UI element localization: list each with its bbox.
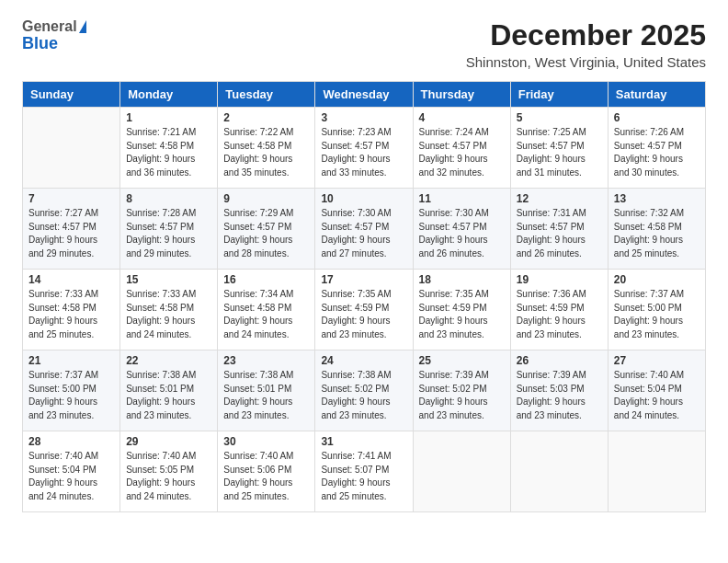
calendar-cell: 14Sunrise: 7:33 AM Sunset: 4:58 PM Dayli…	[23, 270, 120, 350]
calendar-cell: 4Sunrise: 7:24 AM Sunset: 4:57 PM Daylig…	[413, 108, 510, 189]
day-number: 24	[321, 354, 406, 367]
day-info: Sunrise: 7:24 AM Sunset: 4:57 PM Dayligh…	[419, 126, 505, 179]
calendar-cell: 12Sunrise: 7:31 AM Sunset: 4:57 PM Dayli…	[510, 189, 608, 270]
logo-general: General	[22, 18, 77, 35]
day-number: 20	[614, 273, 700, 286]
day-number: 27	[614, 354, 700, 367]
day-number: 13	[614, 192, 700, 205]
calendar-cell: 1Sunrise: 7:21 AM Sunset: 4:58 PM Daylig…	[120, 108, 218, 189]
day-number: 28	[28, 435, 114, 448]
day-info: Sunrise: 7:23 AM Sunset: 4:57 PM Dayligh…	[321, 126, 406, 179]
day-info: Sunrise: 7:33 AM Sunset: 4:58 PM Dayligh…	[126, 288, 211, 341]
day-number: 10	[321, 192, 406, 205]
calendar-cell: 15Sunrise: 7:33 AM Sunset: 4:58 PM Dayli…	[120, 270, 218, 350]
day-header: Saturday	[608, 82, 705, 108]
calendar-cell	[413, 431, 510, 512]
day-number: 9	[223, 192, 309, 205]
day-number: 30	[223, 435, 309, 448]
day-info: Sunrise: 7:32 AM Sunset: 4:58 PM Dayligh…	[614, 207, 700, 260]
day-number: 8	[126, 192, 211, 205]
day-number: 16	[223, 273, 309, 286]
day-number: 15	[126, 273, 211, 286]
calendar-cell	[510, 431, 608, 512]
day-number: 25	[419, 354, 505, 367]
day-info: Sunrise: 7:40 AM Sunset: 5:05 PM Dayligh…	[126, 450, 211, 503]
day-info: Sunrise: 7:25 AM Sunset: 4:57 PM Dayligh…	[517, 126, 602, 179]
day-number: 5	[517, 111, 602, 124]
day-info: Sunrise: 7:40 AM Sunset: 5:04 PM Dayligh…	[614, 369, 700, 422]
calendar-cell: 7Sunrise: 7:27 AM Sunset: 4:57 PM Daylig…	[23, 189, 120, 270]
day-info: Sunrise: 7:35 AM Sunset: 4:59 PM Dayligh…	[321, 288, 406, 341]
calendar-cell: 28Sunrise: 7:40 AM Sunset: 5:04 PM Dayli…	[23, 431, 120, 512]
day-info: Sunrise: 7:29 AM Sunset: 4:57 PM Dayligh…	[223, 207, 309, 260]
day-info: Sunrise: 7:27 AM Sunset: 4:57 PM Dayligh…	[28, 207, 114, 260]
day-number: 21	[28, 354, 114, 367]
day-info: Sunrise: 7:31 AM Sunset: 4:57 PM Dayligh…	[517, 207, 602, 260]
day-header: Monday	[120, 82, 218, 108]
day-number: 22	[126, 354, 211, 367]
calendar: SundayMondayTuesdayWednesdayThursdayFrid…	[22, 81, 706, 512]
day-info: Sunrise: 7:40 AM Sunset: 5:04 PM Dayligh…	[28, 450, 114, 503]
location: Shinnston, West Virginia, United States	[466, 54, 706, 70]
day-number: 12	[517, 192, 602, 205]
calendar-cell: 8Sunrise: 7:28 AM Sunset: 4:57 PM Daylig…	[120, 189, 218, 270]
calendar-cell: 3Sunrise: 7:23 AM Sunset: 4:57 PM Daylig…	[315, 108, 413, 189]
calendar-cell: 30Sunrise: 7:40 AM Sunset: 5:06 PM Dayli…	[218, 431, 315, 512]
day-number: 4	[419, 111, 505, 124]
calendar-cell: 2Sunrise: 7:22 AM Sunset: 4:58 PM Daylig…	[218, 108, 315, 189]
day-info: Sunrise: 7:22 AM Sunset: 4:58 PM Dayligh…	[223, 126, 309, 179]
day-number: 23	[223, 354, 309, 367]
day-info: Sunrise: 7:40 AM Sunset: 5:06 PM Dayligh…	[223, 450, 309, 503]
calendar-cell	[608, 431, 705, 512]
day-header: Friday	[510, 82, 608, 108]
title-section: December 2025 Shinnston, West Virginia, …	[466, 18, 706, 70]
day-number: 11	[419, 192, 505, 205]
calendar-cell: 24Sunrise: 7:38 AM Sunset: 5:02 PM Dayli…	[315, 350, 413, 431]
calendar-cell: 11Sunrise: 7:30 AM Sunset: 4:57 PM Dayli…	[413, 189, 510, 270]
calendar-cell: 6Sunrise: 7:26 AM Sunset: 4:57 PM Daylig…	[608, 108, 705, 189]
calendar-cell: 17Sunrise: 7:35 AM Sunset: 4:59 PM Dayli…	[315, 270, 413, 350]
day-info: Sunrise: 7:26 AM Sunset: 4:57 PM Dayligh…	[614, 126, 700, 179]
day-number: 7	[28, 192, 114, 205]
day-info: Sunrise: 7:28 AM Sunset: 4:57 PM Dayligh…	[126, 207, 211, 260]
calendar-cell: 10Sunrise: 7:30 AM Sunset: 4:57 PM Dayli…	[315, 189, 413, 270]
day-number: 19	[517, 273, 602, 286]
day-header: Sunday	[23, 82, 120, 108]
calendar-cell	[23, 108, 120, 189]
day-number: 18	[419, 273, 505, 286]
day-info: Sunrise: 7:30 AM Sunset: 4:57 PM Dayligh…	[321, 207, 406, 260]
day-number: 31	[321, 435, 406, 448]
day-number: 1	[126, 111, 211, 124]
day-header: Wednesday	[315, 82, 413, 108]
calendar-cell: 23Sunrise: 7:38 AM Sunset: 5:01 PM Dayli…	[218, 350, 315, 431]
calendar-cell: 19Sunrise: 7:36 AM Sunset: 4:59 PM Dayli…	[510, 270, 608, 350]
day-info: Sunrise: 7:37 AM Sunset: 5:00 PM Dayligh…	[614, 288, 700, 341]
day-info: Sunrise: 7:21 AM Sunset: 4:58 PM Dayligh…	[126, 126, 211, 179]
calendar-cell: 18Sunrise: 7:35 AM Sunset: 4:59 PM Dayli…	[413, 270, 510, 350]
day-info: Sunrise: 7:36 AM Sunset: 4:59 PM Dayligh…	[517, 288, 602, 341]
calendar-cell: 20Sunrise: 7:37 AM Sunset: 5:00 PM Dayli…	[608, 270, 705, 350]
page-header: General Blue December 2025 Shinnston, We…	[22, 18, 706, 70]
calendar-cell: 5Sunrise: 7:25 AM Sunset: 4:57 PM Daylig…	[510, 108, 608, 189]
day-info: Sunrise: 7:41 AM Sunset: 5:07 PM Dayligh…	[321, 450, 406, 503]
day-number: 2	[223, 111, 309, 124]
calendar-cell: 25Sunrise: 7:39 AM Sunset: 5:02 PM Dayli…	[413, 350, 510, 431]
day-info: Sunrise: 7:38 AM Sunset: 5:01 PM Dayligh…	[223, 369, 309, 422]
day-info: Sunrise: 7:38 AM Sunset: 5:01 PM Dayligh…	[126, 369, 211, 422]
logo: General Blue	[22, 18, 86, 52]
day-header: Thursday	[413, 82, 510, 108]
calendar-cell: 31Sunrise: 7:41 AM Sunset: 5:07 PM Dayli…	[315, 431, 413, 512]
calendar-cell: 21Sunrise: 7:37 AM Sunset: 5:00 PM Dayli…	[23, 350, 120, 431]
day-info: Sunrise: 7:35 AM Sunset: 4:59 PM Dayligh…	[419, 288, 505, 341]
calendar-cell: 16Sunrise: 7:34 AM Sunset: 4:58 PM Dayli…	[218, 270, 315, 350]
day-number: 14	[28, 273, 114, 286]
calendar-cell: 27Sunrise: 7:40 AM Sunset: 5:04 PM Dayli…	[608, 350, 705, 431]
month-title: December 2025	[466, 18, 706, 52]
calendar-cell: 13Sunrise: 7:32 AM Sunset: 4:58 PM Dayli…	[608, 189, 705, 270]
calendar-header: SundayMondayTuesdayWednesdayThursdayFrid…	[23, 82, 706, 108]
calendar-cell: 22Sunrise: 7:38 AM Sunset: 5:01 PM Dayli…	[120, 350, 218, 431]
calendar-cell: 9Sunrise: 7:29 AM Sunset: 4:57 PM Daylig…	[218, 189, 315, 270]
logo-icon	[79, 20, 86, 33]
day-info: Sunrise: 7:39 AM Sunset: 5:03 PM Dayligh…	[517, 369, 602, 422]
day-number: 3	[321, 111, 406, 124]
